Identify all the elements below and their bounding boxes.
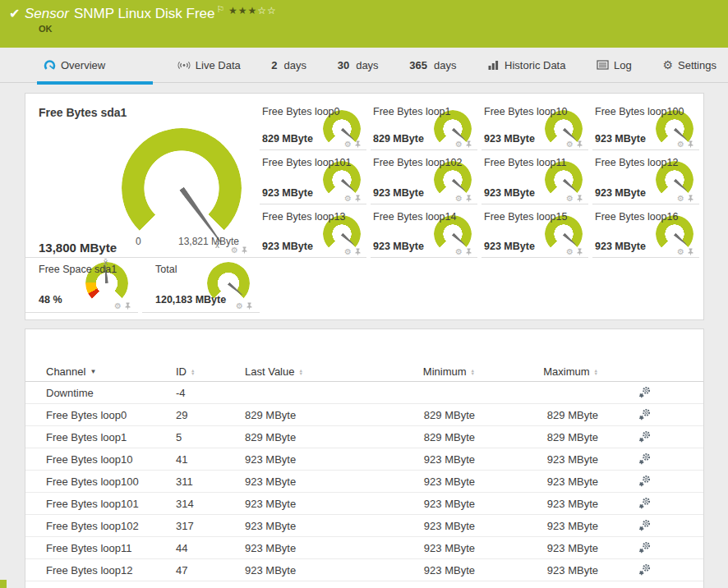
channel-gauge-cell[interactable]: Free Bytes loop0 829 MByte ⚙: [260, 99, 366, 150]
total-gauge-cell[interactable]: Total 120,183 MByte ⚙: [142, 258, 260, 313]
channel-gauge-cell[interactable]: Free Bytes loop16 923 MByte ⚙: [592, 204, 699, 258]
pin-icon[interactable]: [465, 140, 472, 149]
pin-icon[interactable]: [687, 195, 694, 203]
flag-icon[interactable]: ⚐: [217, 4, 225, 14]
sort-icon: ▲▼: [594, 369, 598, 375]
cell-maximum: 923 MByte: [475, 453, 598, 466]
channel-settings-button[interactable]: [598, 430, 690, 443]
channel-gauge-cell[interactable]: Free Bytes loop10 923 MByte ⚙: [481, 99, 588, 150]
pin-icon[interactable]: [576, 140, 583, 149]
channel-settings-button[interactable]: [598, 541, 690, 554]
channel-gauge-cell[interactable]: Free Bytes loop1 829 MByte ⚙: [371, 99, 477, 150]
channel-gauge-cell[interactable]: Free Bytes loop101 923 MByte ⚙: [260, 150, 366, 204]
pin-icon[interactable]: [246, 302, 253, 310]
gauge-settings-gear-icon[interactable]: ⚙: [677, 248, 684, 256]
pin-icon[interactable]: [687, 248, 694, 256]
tab-2-days[interactable]: 2 days: [265, 48, 313, 82]
main-gauge-cell[interactable]: Free Bytes sda1 x̄ 0 13,821 MByte 13,800…: [25, 99, 260, 258]
gauge-settings-gear-icon[interactable]: ⚙: [455, 195, 463, 203]
gauge-settings-gear-icon[interactable]: ⚙: [344, 195, 352, 203]
tab-historic-data[interactable]: Historic Data: [481, 48, 572, 82]
gauge-settings-gear-icon[interactable]: ⚙: [566, 248, 574, 256]
cell-id: 311: [176, 475, 245, 488]
stars-empty: ☆☆: [257, 5, 277, 16]
col-header-last-value[interactable]: Last Value ▲▼: [245, 365, 397, 378]
pin-icon[interactable]: [354, 140, 362, 149]
total-value: 120,183 MByte: [155, 294, 226, 305]
pin-icon[interactable]: [465, 248, 472, 256]
gauge-settings-gear-icon[interactable]: ⚙: [566, 140, 574, 149]
channel-gauge-title: Free Bytes loop16: [595, 211, 678, 223]
gauge-settings-gear-icon[interactable]: ⚙: [231, 246, 238, 255]
gauge-settings-gear-icon[interactable]: ⚙: [455, 140, 463, 149]
gauge-actions: ⚙: [344, 248, 362, 256]
pin-icon[interactable]: [687, 140, 694, 149]
channel-gauge-cell[interactable]: Free Bytes loop13 923 MByte ⚙: [260, 204, 366, 258]
pin-icon[interactable]: [576, 195, 583, 203]
channel-gauge-cell[interactable]: Free Bytes loop14 923 MByte ⚙: [371, 204, 477, 258]
gauge-settings-gear-icon[interactable]: ⚙: [677, 140, 684, 149]
tab-bar: Overview Live Data 2 days 30 days 365 da…: [0, 48, 728, 83]
channel-settings-button[interactable]: [598, 563, 690, 577]
channel-settings-button[interactable]: [598, 386, 690, 399]
sensor-kind-label: Sensor: [25, 6, 69, 21]
channel-gauge-cell[interactable]: Free Bytes loop100 923 MByte ⚙: [592, 99, 699, 150]
channel-gauge-cell[interactable]: Free Bytes loop11 923 MByte ⚙: [481, 150, 588, 204]
gauge-settings-gear-icon[interactable]: ⚙: [236, 302, 243, 310]
gauge-settings-gear-icon[interactable]: ⚙: [114, 302, 122, 310]
col-header-id[interactable]: ID ▲▼: [176, 365, 245, 378]
cell-minimum: 923 MByte: [397, 520, 475, 532]
gauge-actions: ⚙: [455, 140, 472, 149]
main-gauge-title: Free Bytes sda1: [39, 106, 127, 119]
pin-icon[interactable]: [576, 248, 583, 256]
channel-settings-button[interactable]: [598, 475, 690, 488]
col-header-channel[interactable]: Channel ▼: [46, 365, 176, 378]
gauge-settings-gear-icon[interactable]: ⚙: [344, 140, 352, 149]
log-list-icon: [597, 60, 609, 70]
cell-id: 29: [176, 409, 245, 421]
gauge-settings-gear-icon[interactable]: ⚙: [344, 248, 352, 256]
channel-settings-button[interactable]: [598, 408, 690, 421]
priority-rating[interactable]: ★★★☆☆: [228, 5, 277, 16]
pin-icon[interactable]: [465, 195, 472, 203]
channel-table-row: Free Bytes loop0 29 829 MByte 829 MByte …: [25, 404, 703, 426]
channel-settings-button[interactable]: [598, 519, 690, 532]
pin-icon[interactable]: [124, 302, 131, 310]
tab-30-days[interactable]: 30 days: [331, 48, 385, 82]
pin-icon[interactable]: [354, 195, 362, 203]
cell-maximum: 923 MByte: [475, 542, 598, 554]
channel-gauge-cell[interactable]: Free Bytes loop15 923 MByte ⚙: [481, 204, 588, 258]
col-header-maximum[interactable]: Maximum ▲▼: [475, 365, 598, 378]
gauge-settings-gear-icon[interactable]: ⚙: [455, 248, 463, 256]
cell-minimum: 829 MByte: [397, 409, 475, 421]
tab-live-data[interactable]: Live Data: [171, 48, 247, 82]
pin-icon[interactable]: [241, 246, 248, 255]
cell-maximum: 829 MByte: [475, 431, 598, 443]
channel-settings-gears-icon: [638, 475, 652, 488]
channel-gauge-cell[interactable]: Free Bytes loop102 923 MByte ⚙: [371, 150, 477, 204]
channel-gauge-cell[interactable]: Free Bytes loop12 923 MByte ⚙: [592, 150, 699, 204]
tab-log[interactable]: Log: [590, 48, 638, 82]
tab-overview[interactable]: Overview: [37, 48, 153, 82]
tab-overview-label: Overview: [61, 59, 105, 71]
free-space-gauge-cell[interactable]: Free Space sda1 x̄ 48 % ⚙: [25, 258, 138, 313]
channel-gauge-title: Free Bytes loop101: [262, 157, 351, 168]
pin-icon[interactable]: [354, 248, 362, 256]
cell-id: 317: [176, 520, 245, 532]
col-header-minimum[interactable]: Minimum ▲▼: [397, 365, 475, 378]
gauge-actions: ⚙: [455, 248, 472, 256]
tab-settings[interactable]: ⚙ Settings: [656, 48, 723, 82]
live-data-icon: [177, 60, 191, 71]
cell-minimum: 923 MByte: [397, 542, 475, 554]
channel-settings-button[interactable]: [598, 452, 690, 466]
channel-gauge-value: 923 MByte: [484, 133, 535, 145]
sort-desc-icon: ▼: [90, 368, 96, 375]
tab-365-days[interactable]: 365 days: [403, 48, 463, 82]
channel-gauge-title: Free Bytes loop11: [484, 157, 567, 168]
channel-gauge-title: Free Bytes loop0: [262, 106, 340, 117]
channel-settings-button[interactable]: [598, 497, 690, 510]
gauge-actions: ⚙: [566, 140, 583, 149]
gauge-settings-gear-icon[interactable]: ⚙: [677, 195, 684, 203]
gauge-settings-gear-icon[interactable]: ⚙: [566, 195, 574, 203]
channel-table-row: Free Bytes loop102 317 923 MByte 923 MBy…: [25, 515, 703, 537]
